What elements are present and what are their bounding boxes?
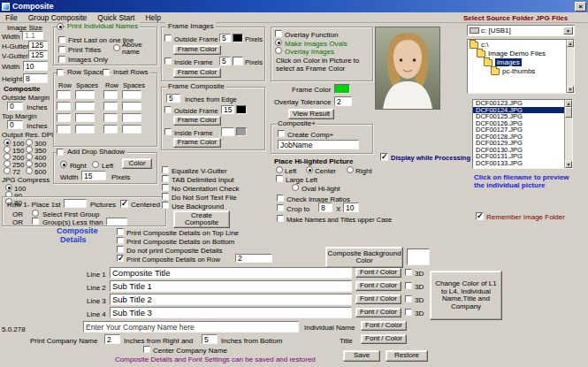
drop-shadow-checkbox[interactable]: [57, 149, 64, 156]
crop-width-field[interactable]: 8: [318, 203, 332, 212]
outside-frame-swatch[interactable]: [233, 34, 243, 42]
inset-row-field[interactable]: [122, 113, 141, 122]
menu-item-quick-start[interactable]: Quick Start: [92, 12, 140, 23]
comp-outside-frame-swatch[interactable]: [236, 105, 247, 114]
groups-less-checkbox[interactable]: [32, 218, 39, 225]
comp-inside-frame-field[interactable]: [221, 127, 234, 136]
dpi-radio[interactable]: [4, 160, 11, 167]
folder-tree[interactable]: c:\ Image Demo Files images pc-thumbs ▲ …: [467, 39, 575, 94]
frame-color-button[interactable]: Frame Color: [173, 45, 221, 55]
outside-frame-field[interactable]: 5: [219, 34, 231, 42]
close-icon[interactable]: ×: [575, 2, 586, 11]
scroll-down-icon[interactable]: ▼: [567, 86, 574, 93]
comp-inside-frame-swatch[interactable]: [236, 127, 247, 136]
no-sort-checkbox[interactable]: [162, 193, 169, 200]
inset-row-field[interactable]: [122, 102, 141, 111]
file-list[interactable]: DCF00123.JPG DCF00124.JPG DCF00125.JPG D…: [472, 99, 573, 169]
remember-folder-checkbox[interactable]: [476, 212, 484, 220]
scroll-thumb[interactable]: [565, 107, 572, 118]
dpi-radio[interactable]: [4, 153, 11, 160]
inset-rows-checkbox[interactable]: [103, 69, 110, 76]
inset-row-field[interactable]: [103, 90, 118, 99]
inset-row-field[interactable]: [103, 113, 118, 122]
restore-button[interactable]: Restore: [386, 350, 428, 362]
shadow-width-field[interactable]: 15: [81, 171, 106, 180]
row-space-field[interactable]: [57, 113, 71, 122]
jpg-radio[interactable]: [5, 184, 12, 191]
row-spaces-checkbox[interactable]: [57, 69, 64, 76]
line1-3d-checkbox[interactable]: [405, 269, 412, 276]
first-last-checkbox[interactable]: [58, 36, 65, 43]
center-company-checkbox[interactable]: [143, 346, 150, 353]
print-bottom-checkbox[interactable]: [117, 237, 124, 244]
job-name-field[interactable]: JobName: [278, 140, 359, 149]
print-row-checkbox[interactable]: [117, 255, 124, 262]
inset-row-field[interactable]: [103, 102, 118, 111]
shadow-color-button[interactable]: Color: [122, 158, 152, 169]
line3-3d-checkbox[interactable]: [405, 295, 412, 302]
view-result-button[interactable]: View Result: [288, 109, 334, 119]
crop-height-field[interactable]: 10: [343, 203, 359, 212]
tab-delimited-checkbox[interactable]: [162, 175, 169, 182]
folder-item[interactable]: Image Demo Files: [468, 49, 574, 57]
menu-item-file[interactable]: File: [0, 12, 23, 23]
line1-field[interactable]: Composite Title: [110, 267, 352, 279]
dpi-radio[interactable]: [26, 153, 33, 160]
menu-item-help[interactable]: Help: [140, 12, 165, 23]
width1-field[interactable]: 1.1: [22, 31, 43, 40]
inches-right-field[interactable]: 2: [104, 334, 120, 344]
line4-field[interactable]: Sub Title 3: [110, 307, 352, 318]
oval-hilight-radio[interactable]: [292, 184, 299, 191]
scroll-up-icon[interactable]: ▲: [565, 100, 572, 107]
print-top-checkbox[interactable]: [117, 228, 124, 235]
equalize-vgutter-checkbox[interactable]: [162, 166, 169, 173]
line2-3d-checkbox[interactable]: [405, 282, 412, 289]
row1-pictures-field[interactable]: [64, 199, 87, 208]
print-none-checkbox[interactable]: [117, 246, 124, 253]
use-background-checkbox[interactable]: [162, 202, 169, 209]
file-scrollbar[interactable]: ▲ ▼: [564, 100, 572, 168]
save-button[interactable]: Save: [343, 350, 380, 362]
shadow-right-radio[interactable]: [60, 161, 67, 168]
overlay-images-radio[interactable]: [275, 47, 282, 54]
font-color-button[interactable]: Font / Color: [355, 281, 401, 291]
dpi-radio[interactable]: [4, 146, 11, 153]
upper-case-checkbox[interactable]: [277, 215, 284, 222]
dpi-radio[interactable]: [26, 160, 33, 167]
inches-bottom-field[interactable]: 5: [202, 334, 218, 344]
menu-item-group-composite[interactable]: Group Composite: [23, 12, 93, 23]
no-orientation-checkbox[interactable]: [162, 184, 169, 191]
comp-outside-frame-checkbox[interactable]: [164, 106, 172, 113]
comp-width-field[interactable]: 10: [23, 61, 48, 71]
print-row-field[interactable]: 2: [235, 254, 272, 263]
inside-frame-checkbox[interactable]: [164, 57, 172, 65]
frame-color-button[interactable]: Frame Color: [173, 68, 221, 78]
print-titles-checkbox[interactable]: [58, 46, 65, 53]
row-space-field[interactable]: [75, 102, 95, 111]
preview-photo[interactable]: [375, 27, 440, 110]
overlay-tolerance-field[interactable]: 2: [334, 96, 352, 106]
font-color-button[interactable]: Font / Color: [355, 294, 401, 304]
row-space-field[interactable]: [57, 125, 71, 134]
dpi-radio[interactable]: [26, 146, 33, 153]
crop-to-checkbox[interactable]: [277, 204, 284, 211]
line4-3d-checkbox[interactable]: [405, 309, 412, 316]
row-space-field[interactable]: [75, 90, 95, 99]
shadow-left-radio[interactable]: [92, 161, 99, 168]
file-item[interactable]: DCF00133.JPG: [473, 160, 564, 167]
company-name-field[interactable]: Enter Your Company Name here: [83, 321, 299, 333]
edge-distance-field[interactable]: 5: [166, 94, 180, 103]
top-margin-field[interactable]: 0: [7, 120, 23, 129]
outside-margin-field[interactable]: 0: [7, 102, 23, 111]
line2-field[interactable]: Sub Title 1: [110, 280, 352, 292]
frame-color-button[interactable]: Frame Color: [173, 116, 221, 126]
dpi-radio[interactable]: [4, 139, 11, 146]
overlay-frame-color-swatch[interactable]: [334, 84, 350, 94]
hilight-right-radio[interactable]: [347, 166, 354, 173]
print-names-radio[interactable]: [57, 23, 64, 30]
scroll-track[interactable]: [565, 118, 572, 161]
make-ovals-radio[interactable]: [275, 39, 282, 46]
v-gutter-field[interactable]: 125: [28, 50, 48, 59]
bg-color-button[interactable]: Composite Background Color: [325, 247, 403, 268]
comp-inside-frame-checkbox[interactable]: [164, 128, 172, 135]
